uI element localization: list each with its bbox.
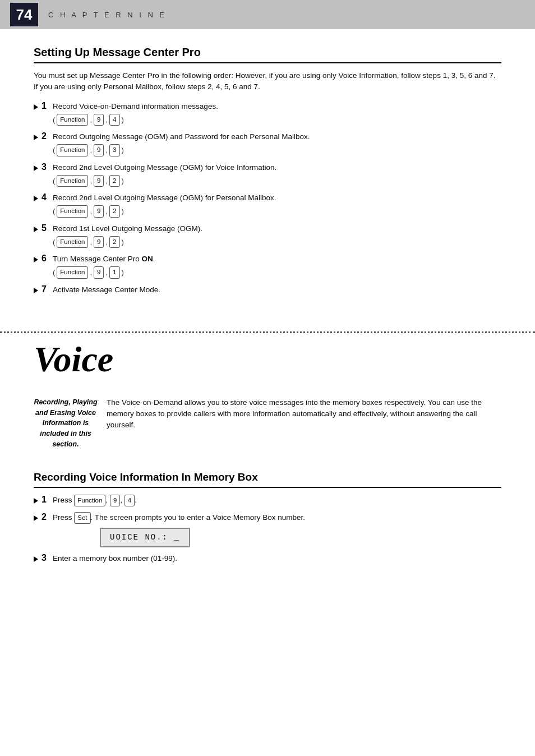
voice-intro-text: The Voice-on-Demand allows you to store … xyxy=(107,397,501,431)
recording-step-item: 3 Enter a memory box number (01-99). xyxy=(34,553,501,564)
key-9: 9 xyxy=(94,114,104,126)
voice-title: Voice xyxy=(0,333,535,386)
step-item: 5 Record 1st Level Outgoing Message (OGM… xyxy=(34,223,501,248)
function-key: Function xyxy=(57,175,88,187)
step-arrow-icon xyxy=(34,196,38,201)
step-arrow-icon xyxy=(34,498,38,504)
step-content: Record 2nd Level Outgoing Message (OGM) … xyxy=(53,192,276,218)
voice-sidebar: Recording, Playing and Erasing Voice Inf… xyxy=(34,397,107,450)
function-key: Function xyxy=(74,495,105,506)
page-number: 74 xyxy=(10,3,38,26)
key-group: ( Function , 9 , 2 ) xyxy=(53,205,124,217)
page: 74 C H A P T E R N I N E Setting Up Mess… xyxy=(0,0,535,756)
key-9: 9 xyxy=(110,495,120,506)
setting-section: Setting Up Message Center Pro You must s… xyxy=(0,29,535,318)
lcd-display: UOICE NO.: _ xyxy=(100,528,190,547)
step-arrow-icon xyxy=(34,288,38,293)
step-arrow-icon xyxy=(34,556,38,562)
step-number: 3 xyxy=(34,162,53,172)
function-key: Function xyxy=(57,236,88,248)
step-content: Record Outgoing Message (OGM) and Passwo… xyxy=(53,131,310,156)
key-9: 9 xyxy=(94,236,104,248)
step-arrow-icon xyxy=(34,257,38,262)
recording-steps-block: 1 Press Function, 9, 4. 2 Press Set. The… xyxy=(0,495,535,587)
step-item: 6 Turn Message Center Pro ON. ( Function… xyxy=(34,253,501,279)
function-key: Function xyxy=(57,144,88,156)
step-arrow-icon xyxy=(34,104,38,110)
step-number: 1 xyxy=(34,101,53,111)
step-content: Record Voice-on-Demand information messa… xyxy=(53,101,218,126)
voice-title-block: Voice xyxy=(0,333,535,386)
step-number: 7 xyxy=(34,284,53,294)
key-9: 9 xyxy=(94,175,104,187)
step-number: 3 xyxy=(34,553,53,563)
step-number: 2 xyxy=(34,512,53,522)
key-group: ( Function , 9 , 2 ) xyxy=(53,236,124,248)
key-group: ( Function , 9 , 1 ) xyxy=(53,266,124,278)
section-intro: You must set up Message Center Pro in th… xyxy=(34,70,501,93)
header-bar: 74 C H A P T E R N I N E xyxy=(0,0,535,29)
step-number: 6 xyxy=(34,253,53,264)
steps-list: 1 Record Voice-on-Demand information mes… xyxy=(34,101,501,296)
key-9: 9 xyxy=(94,266,104,278)
dotted-divider xyxy=(0,331,535,333)
chapter-title: C H A P T E R N I N E xyxy=(48,11,167,19)
recording-step-item: 1 Press Function, 9, 4. xyxy=(34,495,501,506)
step-content: Turn Message Center Pro ON. ( Function ,… xyxy=(53,253,155,279)
key-4: 4 xyxy=(124,495,135,506)
step-number: 4 xyxy=(34,192,53,202)
step-item: 2 Record Outgoing Message (OGM) and Pass… xyxy=(34,131,501,156)
step-arrow-icon xyxy=(34,227,38,232)
step-content: Press Function, 9, 4. xyxy=(53,495,137,506)
step-item: 1 Record Voice-on-Demand information mes… xyxy=(34,101,501,126)
function-key: Function xyxy=(57,266,88,278)
function-key: Function xyxy=(57,205,88,217)
step-item: 3 Record 2nd Level Outgoing Message (OGM… xyxy=(34,162,501,187)
step-item: 4 Record 2nd Level Outgoing Message (OGM… xyxy=(34,192,501,218)
step-content: Enter a memory box number (01-99). xyxy=(53,553,177,564)
key-group: ( Function , 9 , 2 ) xyxy=(53,175,124,187)
step-arrow-icon xyxy=(34,165,38,171)
step-arrow-icon xyxy=(34,515,38,521)
recording-step-item: 2 Press Set. The screen prompts you to e… xyxy=(34,512,501,547)
key-9: 9 xyxy=(94,205,104,217)
set-key: Set xyxy=(74,512,90,524)
key-group: ( Function , 9 , 3 ) xyxy=(53,144,124,156)
section-heading: Setting Up Message Center Pro xyxy=(34,46,501,59)
section-rule xyxy=(34,62,501,63)
key-2: 2 xyxy=(109,236,119,248)
key-9: 9 xyxy=(94,144,104,156)
step-item: 7 Activate Message Center Mode. xyxy=(34,284,501,296)
key-group: ( Function , 9 , 4 ) xyxy=(53,114,124,126)
recording-steps-list: 1 Press Function, 9, 4. 2 Press Set. The… xyxy=(34,495,501,565)
key-4: 4 xyxy=(109,114,119,126)
step-content: Press Set. The screen prompts you to ent… xyxy=(53,512,305,547)
step-number: 2 xyxy=(34,131,53,141)
lcd-display-container: UOICE NO.: _ xyxy=(72,525,305,547)
dots-line xyxy=(0,331,535,333)
recording-rule xyxy=(34,487,501,488)
recording-heading: Recording Voice Information In Memory Bo… xyxy=(34,471,501,483)
function-key: Function xyxy=(57,114,88,126)
step-number: 1 xyxy=(34,495,53,505)
voice-intro-block: Recording, Playing and Erasing Voice Inf… xyxy=(0,386,535,461)
key-1: 1 xyxy=(109,266,119,278)
step-content: Record 2nd Level Outgoing Message (OGM) … xyxy=(53,162,276,187)
step-number: 5 xyxy=(34,223,53,233)
step-arrow-icon xyxy=(34,135,38,140)
key-3: 3 xyxy=(109,144,119,156)
step-content: Record 1st Level Outgoing Message (OGM).… xyxy=(53,223,202,248)
sidebar-text: Recording, Playing and Erasing Voice Inf… xyxy=(34,398,97,448)
key-2: 2 xyxy=(109,205,119,217)
step-content: Activate Message Center Mode. xyxy=(53,284,160,296)
key-2: 2 xyxy=(109,175,119,187)
